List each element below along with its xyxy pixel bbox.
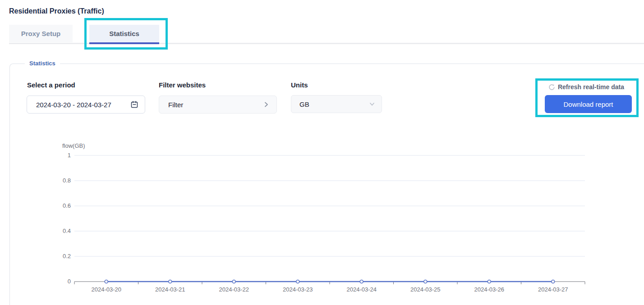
tab-proxy-setup[interactable]: Proxy Setup — [9, 25, 73, 42]
svg-text:0.2: 0.2 — [63, 253, 71, 259]
download-report-button[interactable]: Download report — [545, 95, 632, 113]
chevron-down-icon — [369, 101, 375, 107]
svg-text:2024-03-24: 2024-03-24 — [347, 286, 377, 293]
calendar-icon — [130, 100, 138, 109]
tab-statistics-label: Statistics — [109, 30, 139, 37]
svg-text:2024-03-21: 2024-03-21 — [155, 286, 185, 293]
tab-proxy-setup-label: Proxy Setup — [21, 30, 61, 37]
svg-text:2024-03-23: 2024-03-23 — [283, 286, 313, 293]
svg-text:0: 0 — [68, 278, 71, 285]
refresh-real-time-data-label: Refresh real-time data — [558, 83, 624, 91]
refresh-real-time-data-button[interactable]: Refresh real-time data — [548, 83, 624, 91]
svg-text:2024-03-22: 2024-03-22 — [219, 286, 249, 293]
y-axis-title: flow(GB) — [62, 142, 85, 149]
chevron-right-icon — [263, 101, 269, 108]
tab-bar: Proxy Setup Statistics — [9, 25, 644, 44]
filter-websites-input[interactable]: Filter — [159, 96, 277, 114]
svg-text:2024-03-25: 2024-03-25 — [410, 286, 441, 293]
statistics-panel-legend: Statistics — [25, 60, 60, 67]
svg-text:2024-03-26: 2024-03-26 — [474, 286, 505, 293]
svg-text:0.4: 0.4 — [63, 228, 71, 234]
units-label: Units — [291, 81, 308, 89]
units-select-value: GB — [299, 100, 309, 108]
units-select[interactable]: GB — [291, 95, 382, 113]
filter-websites-label: Filter websites — [159, 81, 206, 89]
period-label: Select a period — [27, 81, 75, 89]
page-title: Residential Proxies (Traffic) — [9, 7, 104, 15]
period-date-range-value: 2024-03-20 - 2024-03-27 — [36, 101, 111, 109]
svg-text:0.6: 0.6 — [63, 202, 71, 209]
refresh-icon — [548, 84, 555, 91]
period-date-range-input[interactable]: 2024-03-20 - 2024-03-27 — [27, 96, 145, 114]
traffic-line-chart[interactable]: flow(GB)00.20.40.60.812024-03-202024-03-… — [59, 141, 591, 298]
filter-websites-placeholder: Filter — [168, 101, 183, 109]
svg-text:1: 1 — [68, 152, 71, 159]
svg-text:2024-03-20: 2024-03-20 — [92, 286, 122, 293]
svg-text:0.8: 0.8 — [63, 177, 71, 184]
tab-statistics[interactable]: Statistics — [89, 25, 159, 44]
svg-text:2024-03-27: 2024-03-27 — [538, 286, 568, 293]
